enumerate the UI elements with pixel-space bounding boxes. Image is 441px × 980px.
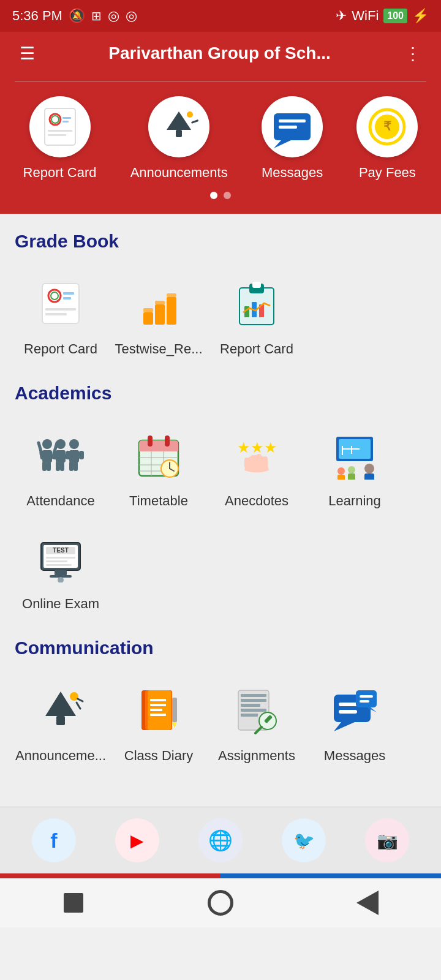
svg-rect-30 — [167, 293, 176, 297]
nav-home-button[interactable] — [205, 888, 236, 918]
web-button[interactable]: 🌐 — [198, 818, 243, 862]
academics-label-timetable: Timetable — [129, 493, 188, 509]
svg-rect-100 — [56, 716, 65, 725]
banner-label-announcements: Announcements — [130, 165, 228, 181]
banner-label-pay-fees: Pay Fees — [359, 165, 416, 181]
academics-item-attendance[interactable]: Attendance — [15, 418, 107, 515]
banner-item-announcements[interactable]: Announcements — [130, 96, 228, 181]
svg-marker-123 — [334, 722, 355, 731]
grade-book-item-report-card-2[interactable]: Report Card — [211, 266, 303, 363]
svg-rect-97 — [46, 564, 72, 566]
communication-item-messages[interactable]: Messages — [309, 673, 401, 770]
academics-title: Academics — [15, 383, 426, 404]
pay-fees-svg: ₹ — [363, 102, 412, 151]
communication-items: Announceme... — [15, 673, 426, 770]
svg-rect-83 — [337, 475, 345, 480]
svg-text:₹: ₹ — [383, 119, 391, 133]
svg-rect-110 — [150, 714, 166, 716]
communication-item-announcements[interactable]: Announceme... — [15, 673, 107, 770]
svg-rect-59 — [139, 447, 178, 451]
svg-rect-51 — [67, 451, 72, 459]
academics-item-learning[interactable]: Learning — [309, 418, 401, 515]
banner-icon-pay-fees: ₹ — [356, 96, 418, 157]
svg-rect-52 — [79, 451, 84, 459]
testwise-icon — [134, 279, 183, 328]
svg-rect-22 — [63, 297, 71, 300]
svg-rect-29 — [155, 301, 165, 304]
svg-rect-117 — [241, 709, 266, 712]
banner-item-report-card[interactable]: Report Card — [23, 96, 97, 181]
svg-line-102 — [77, 703, 80, 709]
svg-rect-95 — [46, 557, 75, 559]
svg-rect-14 — [279, 126, 297, 129]
twitter-button[interactable]: 🐦 — [282, 818, 326, 862]
time: 5:36 PM — [12, 8, 62, 24]
exam-icon: TEST — [36, 533, 85, 582]
grade-book-label-testwise: Testwise_Re... — [115, 341, 202, 357]
learning-icon — [330, 431, 379, 480]
svg-rect-47 — [56, 461, 60, 471]
svg-rect-125 — [339, 710, 357, 714]
svg-rect-114 — [241, 694, 266, 697]
communication-icon-announcements — [30, 679, 91, 741]
academics-label-attendance: Attendance — [26, 493, 94, 509]
diary-icon — [134, 685, 183, 734]
banner-item-messages[interactable]: Messages — [262, 96, 323, 181]
svg-point-37 — [42, 439, 52, 449]
banner-icon-announcements — [148, 96, 209, 157]
svg-text:★: ★ — [251, 439, 264, 456]
report-card-svg — [36, 102, 85, 151]
academics-item-timetable[interactable]: + Timetable — [113, 418, 205, 515]
facebook-button[interactable]: f — [32, 818, 76, 862]
svg-rect-41 — [42, 461, 47, 471]
svg-rect-3 — [62, 117, 71, 119]
svg-rect-109 — [150, 709, 162, 711]
svg-rect-33 — [252, 282, 261, 288]
svg-rect-10 — [191, 119, 198, 124]
more-options-button[interactable]: ⋮ — [399, 39, 426, 69]
youtube-button[interactable]: ▶ — [115, 818, 159, 862]
svg-rect-108 — [150, 704, 166, 706]
academics-items: Attendance — [15, 418, 426, 618]
svg-rect-128 — [360, 695, 373, 698]
status-right: ✈ WiFi 100 ⚡ — [336, 8, 429, 24]
svg-rect-5 — [48, 130, 72, 132]
communication-title: Communication — [15, 638, 426, 658]
svg-rect-60 — [148, 435, 153, 447]
academics-label-anecdotes: Anecdotes — [225, 493, 288, 509]
report-card-icon-1 — [36, 279, 85, 328]
dot-1[interactable] — [210, 192, 217, 199]
svg-rect-23 — [45, 308, 76, 311]
svg-line-103 — [78, 699, 83, 701]
grade-book-section: Grade Book Report Card — [15, 231, 426, 363]
notification-icon: ⊞ — [91, 9, 102, 23]
grade-book-item-report-card-1[interactable]: Report Card — [15, 266, 107, 363]
nav-color-red — [0, 873, 221, 878]
battery-indicator: 100 — [383, 9, 407, 23]
vpn-icon: ◎ — [108, 8, 119, 24]
communication-icon-assignments — [226, 679, 287, 741]
svg-rect-13 — [279, 119, 306, 123]
svg-rect-0 — [45, 108, 75, 145]
communication-icon-class-diary — [128, 679, 189, 741]
academics-item-online-exam[interactable]: TEST Online Exam — [15, 521, 107, 618]
hamburger-menu-button[interactable]: ☰ — [15, 39, 40, 69]
communication-item-class-diary[interactable]: Class Diary — [113, 673, 205, 770]
communication-icon-messages — [324, 679, 385, 741]
alarm-icon: 🔕 — [69, 8, 85, 24]
communication-label-assignments: Assignments — [218, 748, 295, 764]
academics-item-anecdotes[interactable]: ★ ★ ★ Anecdotes — [211, 418, 303, 515]
attendance-icon — [36, 431, 85, 480]
dot-2[interactable] — [224, 192, 231, 199]
grade-book-item-testwise[interactable]: Testwise_Re... — [113, 266, 205, 363]
banner-item-pay-fees[interactable]: ₹ Pay Fees — [356, 96, 418, 181]
nav-bar — [0, 878, 441, 927]
nav-stop-button[interactable] — [58, 888, 89, 918]
communication-item-assignments[interactable]: Assignments — [211, 673, 303, 770]
svg-point-84 — [348, 466, 355, 473]
nav-back-button[interactable] — [352, 888, 383, 918]
svg-rect-48 — [60, 461, 64, 471]
banner-label-report-card: Report Card — [23, 165, 97, 181]
svg-rect-85 — [348, 473, 355, 480]
instagram-button[interactable]: 📷 — [365, 818, 409, 862]
